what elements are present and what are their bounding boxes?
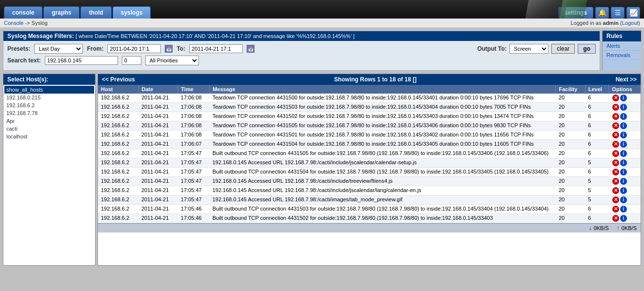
table-cell-time: 17:05:47 bbox=[178, 195, 210, 205]
table-cell-message: 192.168.0.145 Accessed URL 192.168.7.98:… bbox=[210, 177, 556, 186]
table-cell-host: 192.168.6.2 bbox=[98, 149, 138, 158]
table-cell-options: ✕i bbox=[609, 149, 641, 158]
next-button[interactable]: Next >> bbox=[616, 76, 637, 83]
presets-select[interactable]: Last Day bbox=[34, 44, 83, 54]
host-list-item[interactable]: 192.168.6.2 bbox=[4, 101, 94, 109]
remove-icon[interactable]: ✕ bbox=[612, 122, 619, 129]
table-cell-facility: 20 bbox=[556, 186, 585, 195]
remove-icon[interactable]: ✕ bbox=[612, 113, 619, 120]
filter-title: Syslog Message Filters: [ where Date/Tim… bbox=[3, 31, 600, 41]
info-icon[interactable]: i bbox=[620, 150, 627, 157]
table-cell-host: 192.168.6.2 bbox=[98, 140, 138, 149]
info-icon[interactable]: i bbox=[620, 122, 627, 129]
table-cell-time: 17:05:47 bbox=[178, 149, 210, 158]
table-header-date: Date bbox=[138, 85, 178, 94]
log-table-container: HostDateTimeMessageFacilityLevelOptions … bbox=[98, 85, 641, 223]
table-cell-time: 17:05:47 bbox=[178, 186, 210, 195]
info-icon[interactable]: i bbox=[620, 206, 627, 213]
table-cell-facility: 20 bbox=[556, 158, 585, 168]
table-row: 192.168.6.22011-04-2117:05:47192.168.0.1… bbox=[98, 186, 641, 195]
host-list-item[interactable]: cacti bbox=[4, 125, 94, 133]
alerts-link[interactable]: Alerts bbox=[603, 41, 641, 51]
table-cell-host: 192.168.6.2 bbox=[98, 214, 138, 223]
menu-icon-button[interactable]: ☰ bbox=[611, 7, 624, 19]
host-list-item[interactable]: show_all_hosts bbox=[4, 86, 94, 94]
table-cell-level: 6 bbox=[585, 94, 609, 103]
logout-link[interactable]: Logout bbox=[622, 20, 639, 26]
host-list-item[interactable]: Apr bbox=[4, 117, 94, 125]
info-icon[interactable]: i bbox=[620, 196, 627, 203]
to-calendar-icon[interactable]: 📅 bbox=[247, 45, 254, 53]
remove-icon[interactable]: ✕ bbox=[612, 132, 619, 138]
priority-select[interactable]: All Priorities bbox=[145, 56, 199, 65]
table-cell-facility: 20 bbox=[556, 103, 585, 112]
table-cell-level: 5 bbox=[585, 186, 609, 195]
from-input[interactable] bbox=[107, 44, 161, 53]
remove-icon[interactable]: ✕ bbox=[612, 178, 619, 185]
filter-row-2: Search text: All Priorities bbox=[7, 56, 596, 65]
table-cell-message: 192.168.0.145 Accessed URL 192.168.7.98:… bbox=[210, 186, 556, 195]
table-cell-level: 5 bbox=[585, 195, 609, 205]
remove-icon[interactable]: ✕ bbox=[612, 187, 619, 194]
info-icon[interactable]: i bbox=[620, 95, 627, 101]
table-cell-time: 17:06:07 bbox=[178, 140, 210, 149]
down-arrow-icon: ↓ bbox=[589, 225, 592, 232]
to-input[interactable] bbox=[189, 44, 243, 53]
table-cell-date: 2011-04-21 bbox=[138, 205, 178, 214]
remove-icon[interactable]: ✕ bbox=[612, 141, 619, 148]
prev-button[interactable]: << Previous bbox=[102, 76, 135, 83]
alerts-icon-button[interactable]: 🔔 bbox=[595, 7, 609, 19]
download-speed: ↓ 0KB/S bbox=[589, 225, 609, 232]
info-icon[interactable]: i bbox=[620, 187, 627, 194]
host-list-item[interactable]: 192.168.7.78 bbox=[4, 109, 94, 117]
table-cell-facility: 20 bbox=[556, 195, 585, 205]
remove-icon[interactable]: ✕ bbox=[612, 215, 619, 222]
info-icon[interactable]: i bbox=[620, 141, 627, 148]
tab-syslogs[interactable]: syslogs bbox=[113, 6, 151, 19]
remove-icon[interactable]: ✕ bbox=[612, 150, 619, 157]
output-select[interactable]: Screen bbox=[509, 44, 548, 54]
info-icon[interactable]: i bbox=[620, 132, 627, 138]
table-row: 192.168.6.22011-04-2117:05:47Built outbo… bbox=[98, 149, 641, 158]
rules-panel: Rules Alerts Removals bbox=[602, 31, 641, 71]
to-label: To: bbox=[176, 45, 185, 52]
tab-thold[interactable]: thold bbox=[80, 6, 111, 19]
info-icon[interactable]: i bbox=[620, 113, 627, 120]
table-cell-time: 17:05:47 bbox=[178, 158, 210, 168]
host-selector-title: Select Host(s): bbox=[3, 74, 95, 85]
clear-button[interactable]: clear bbox=[551, 44, 575, 54]
table-header-time: Time bbox=[178, 85, 210, 94]
priority-input[interactable] bbox=[122, 56, 141, 65]
table-cell-level: 6 bbox=[585, 131, 609, 140]
remove-icon[interactable]: ✕ bbox=[612, 95, 619, 101]
info-icon[interactable]: i bbox=[620, 178, 627, 185]
removals-link[interactable]: Removals bbox=[603, 51, 641, 60]
breadcrumb: Console -> Syslog bbox=[4, 20, 48, 26]
remove-icon[interactable]: ✕ bbox=[612, 196, 619, 203]
info-icon[interactable]: i bbox=[620, 159, 627, 166]
table-cell-options: ✕i bbox=[609, 158, 641, 168]
remove-icon[interactable]: ✕ bbox=[612, 169, 619, 175]
table-header-facility: Facility bbox=[556, 85, 585, 94]
table-cell-message: 192.168.0.145 Accessed URL 192.168.7.98:… bbox=[210, 158, 556, 168]
table-row: 192.168.6.22011-04-2117:05:46Built outbo… bbox=[98, 205, 641, 214]
search-label: Search text: bbox=[7, 57, 41, 64]
host-list-item[interactable]: 192.168.0.215 bbox=[4, 94, 94, 101]
from-calendar-icon[interactable]: 📅 bbox=[165, 45, 173, 53]
info-icon[interactable]: i bbox=[620, 169, 627, 175]
go-button[interactable]: go bbox=[578, 44, 596, 54]
table-cell-host: 192.168.6.2 bbox=[98, 121, 138, 131]
table-cell-level: 6 bbox=[585, 103, 609, 112]
table-cell-host: 192.168.6.2 bbox=[98, 112, 138, 121]
info-icon[interactable]: i bbox=[620, 104, 627, 111]
remove-icon[interactable]: ✕ bbox=[612, 104, 619, 111]
remove-icon[interactable]: ✕ bbox=[612, 206, 619, 213]
tab-graphs[interactable]: graphs bbox=[43, 6, 79, 19]
chart-icon-button[interactable]: 📈 bbox=[626, 7, 640, 19]
tab-console[interactable]: console bbox=[4, 6, 42, 19]
remove-icon[interactable]: ✕ bbox=[612, 159, 619, 166]
host-list-item[interactable]: localhost bbox=[4, 133, 94, 140]
info-icon[interactable]: i bbox=[620, 215, 627, 222]
breadcrumb-console-link[interactable]: Console bbox=[4, 20, 23, 26]
search-input[interactable] bbox=[45, 56, 118, 65]
